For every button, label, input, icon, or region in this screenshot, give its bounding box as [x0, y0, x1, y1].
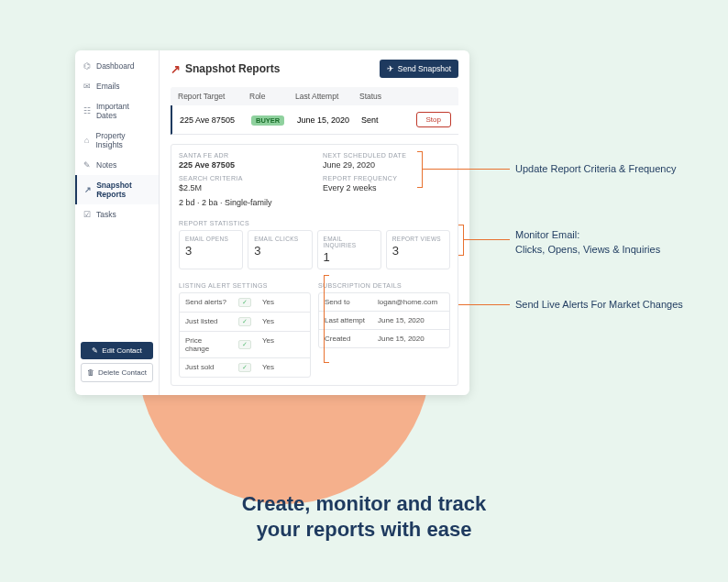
sub-row: Send tologan@home.com [319, 293, 449, 312]
chart-icon: ↗ [84, 185, 92, 194]
pencil-icon: ✎ [92, 346, 98, 355]
stat-email-opens: EMAIL OPENS3 [179, 230, 243, 269]
sidebar-item-snapshot-reports[interactable]: ↗Snapshot Reports [75, 175, 159, 204]
calendar-icon: ☷ [83, 106, 92, 115]
send-icon: ✈ [387, 64, 394, 73]
alerts-section-label: LISTING ALERT SETTINGS [179, 282, 311, 289]
subscription-section-label: SUBSCRIPTION DETAILS [318, 282, 450, 289]
stat-report-views: REPORT VIEWS3 [386, 230, 450, 269]
col-header-attempt: Last Attempt [295, 92, 359, 101]
alert-row: Send alerts?✓Yes [180, 293, 310, 313]
sidebar-item-notes[interactable]: ✎Notes [75, 155, 159, 175]
cell-target: 225 Ave 87505 [180, 115, 251, 125]
role-badge: BUYER [251, 115, 284, 126]
page-header: ↗Snapshot Reports ✈Send Snapshot [171, 60, 458, 78]
sidebar-item-label: Property Insights [95, 131, 151, 149]
alert-row: Just sold✓Yes [180, 358, 310, 377]
address-label: SANTA FE ADR [179, 152, 306, 159]
cell-attempt: June 15, 2020 [297, 115, 361, 125]
callout-alerts: Send Live Alerts For Market Changes [515, 299, 683, 310]
criteria-label: SEARCH CRITERIA [179, 175, 306, 181]
stats-section-label: REPORT STATISTICS [179, 220, 450, 226]
callout-monitor-1: Monitor Email: [515, 229, 579, 240]
subscription-table: Send tologan@home.com Last attemptJune 1… [318, 292, 450, 348]
check-icon[interactable]: ✓ [238, 340, 251, 349]
stats-row: EMAIL OPENS3 EMAIL CLICKS3 EMAIL INQUIRI… [179, 230, 450, 269]
cell-status: Sent [361, 115, 407, 125]
app-window: ⌬Dashboard ✉Emails ☷Important Dates ⌂Pro… [75, 50, 469, 395]
col-header-target: Report Target [178, 92, 249, 101]
price-value: $2.5M [179, 183, 306, 192]
checklist-icon: ☑ [83, 210, 92, 219]
sidebar: ⌬Dashboard ✉Emails ☷Important Dates ⌂Pro… [75, 50, 160, 395]
main-content: ↗Snapshot Reports ✈Send Snapshot Report … [160, 50, 469, 395]
sub-row: Last attemptJune 15, 2020 [319, 312, 449, 330]
sidebar-item-label: Snapshot Reports [96, 181, 151, 199]
alerts-table: Send alerts?✓Yes Just listed✓Yes Price c… [179, 292, 311, 378]
check-icon[interactable]: ✓ [238, 363, 251, 372]
send-snapshot-button[interactable]: ✈Send Snapshot [380, 60, 458, 78]
criteria-value: 2 bd · 2 ba · Single-family [179, 198, 306, 207]
sidebar-item-label: Notes [96, 160, 116, 170]
sidebar-item-important-dates[interactable]: ☷Important Dates [75, 96, 159, 126]
callout-monitor-2: Clicks, Opens, Views & Inquiries [515, 244, 660, 255]
sidebar-item-label: Important Dates [96, 102, 151, 120]
check-icon[interactable]: ✓ [238, 317, 251, 326]
edit-contact-button[interactable]: ✎Edit Contact [81, 342, 153, 359]
stat-email-clicks: EMAIL CLICKS3 [248, 230, 312, 269]
home-icon: ⌂ [83, 136, 91, 145]
sidebar-item-tasks[interactable]: ☑Tasks [75, 204, 159, 225]
sub-row: CreatedJune 15, 2020 [319, 330, 449, 347]
frequency-label: REPORT FREQUENCY [323, 175, 450, 181]
table-row[interactable]: 225 Ave 87505 BUYER June 15, 2020 Sent S… [171, 105, 458, 135]
snapshot-icon: ↗ [171, 62, 181, 76]
pencil-icon: ✎ [83, 160, 92, 170]
stop-button[interactable]: Stop [416, 112, 451, 127]
sidebar-item-label: Dashboard [96, 61, 135, 71]
table-header: Report Target Role Last Attempt Status [171, 87, 458, 105]
sidebar-item-dashboard[interactable]: ⌬Dashboard [75, 56, 159, 76]
alert-row: Just listed✓Yes [180, 313, 310, 332]
sidebar-item-label: Tasks [96, 210, 116, 219]
col-header-role: Role [249, 92, 295, 101]
page-title: ↗Snapshot Reports [171, 62, 280, 76]
detail-card: SANTA FE ADR 225 Ave 87505 SEARCH CRITER… [171, 144, 458, 386]
check-icon[interactable]: ✓ [238, 298, 251, 307]
col-header-status: Status [359, 92, 405, 101]
callout-criteria: Update Report Criteria & Frequency [515, 163, 676, 174]
sidebar-item-emails[interactable]: ✉Emails [75, 76, 159, 96]
sidebar-item-label: Emails [96, 82, 120, 91]
mail-icon: ✉ [83, 82, 92, 91]
stat-email-inquiries: EMAIL INQUIRIES1 [317, 230, 381, 269]
trash-icon: 🗑 [87, 368, 94, 377]
dashboard-icon: ⌬ [83, 61, 92, 71]
frequency-value: Every 2 weeks [323, 183, 450, 192]
tagline: Create, monitor and track your reports w… [0, 491, 728, 544]
alert-row: Price change✓Yes [180, 332, 310, 358]
delete-contact-button[interactable]: 🗑Delete Contact [81, 363, 153, 382]
next-date-label: NEXT SCHEDULED DATE [323, 152, 450, 159]
sidebar-item-property-insights[interactable]: ⌂Property Insights [75, 126, 159, 155]
address-value: 225 Ave 87505 [179, 160, 306, 170]
